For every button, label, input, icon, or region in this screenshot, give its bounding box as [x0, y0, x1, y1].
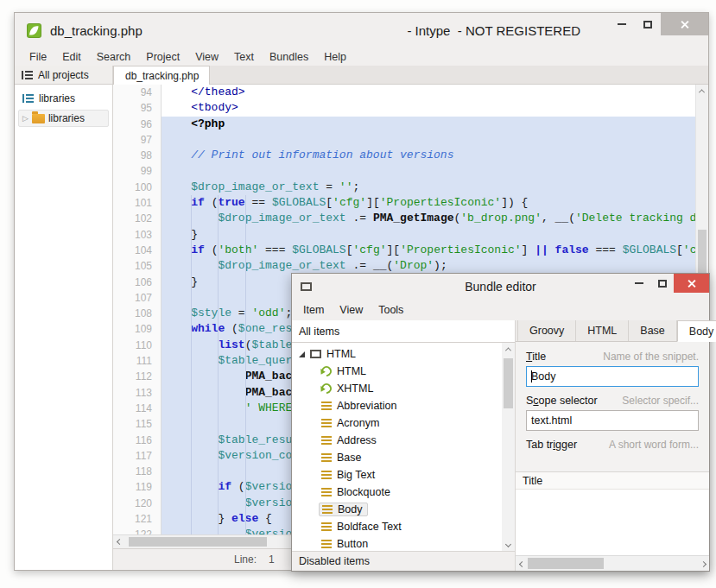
menu-view[interactable]: View: [187, 49, 226, 65]
all-projects-label: All projects: [38, 69, 89, 81]
dialog-maximize-button[interactable]: [650, 274, 674, 293]
tab-groovy[interactable]: Groovy: [517, 320, 576, 341]
tree-item-big-text[interactable]: Big Text: [292, 466, 515, 484]
code-line[interactable]: <tbody>: [162, 100, 708, 116]
tree-item-html[interactable]: HTML: [292, 363, 515, 380]
indent-guide: [191, 195, 192, 534]
chevron-left-icon: [518, 560, 524, 566]
minimize-button[interactable]: [609, 13, 635, 35]
disabled-items-bar[interactable]: Disabled items: [292, 551, 515, 571]
items-filter-input[interactable]: All items: [292, 320, 515, 343]
scroll-left-button[interactable]: [516, 557, 528, 571]
title-input[interactable]: Body: [526, 366, 699, 387]
code-line[interactable]: $drop_image_or_text .= __('Drop');: [162, 258, 708, 274]
line-number-gutter: 9495969798991001011021031041051061071081…: [113, 85, 162, 534]
dialog-menu-tools[interactable]: Tools: [371, 302, 411, 318]
code-line[interactable]: if ('both' === $GLOBALS['cfg']['Properti…: [162, 243, 708, 258]
tree-item-body[interactable]: Body: [292, 501, 515, 518]
code-line[interactable]: [162, 132, 708, 148]
dialog-close-button[interactable]: [674, 274, 709, 293]
code-line[interactable]: $drop_image_or_text .= PMA_getImage('b_d…: [162, 211, 708, 226]
field-hint: A short word form...: [609, 439, 699, 451]
tree-item-label: Abbreviation: [337, 400, 397, 412]
tree-expanded-icon[interactable]: [299, 351, 305, 357]
field-label-row: TitleName of the snippet.: [526, 351, 699, 363]
close-button[interactable]: [661, 13, 708, 35]
tab-html[interactable]: HTML: [576, 320, 629, 341]
scroll-up-button[interactable]: [695, 85, 708, 98]
scrollbar-thumb[interactable]: [698, 230, 706, 278]
scroll-right-button[interactable]: [697, 557, 709, 571]
tree-vertical-scrollbar[interactable]: [502, 343, 515, 551]
maximize-button[interactable]: [635, 13, 661, 35]
menu-help[interactable]: Help: [316, 49, 354, 65]
tab-label: db_tracking.php: [125, 70, 199, 82]
sidebar-header-label: libraries: [39, 92, 75, 104]
dialog-minimize-button[interactable]: [627, 274, 650, 293]
scroll-left-button[interactable]: [113, 535, 126, 548]
code-line[interactable]: $drop_image_or_text = '';: [162, 180, 708, 195]
scrollbar-thumb[interactable]: [528, 558, 604, 569]
bundle-items-tree[interactable]: HTMLHTMLXHTMLAbbreviationAcronymAddressB…: [292, 343, 515, 551]
projects-list-icon: [22, 71, 33, 79]
code-line[interactable]: // Print out information about versions: [162, 148, 708, 163]
tree-item-blockquote[interactable]: Blockquote: [292, 484, 515, 501]
line-number: 108: [113, 306, 161, 321]
dialog-horizontal-scrollbar[interactable]: [516, 555, 709, 571]
code-line[interactable]: if (true == $GLOBALS['cfg']['PropertiesI…: [162, 195, 708, 211]
all-projects-button[interactable]: All projects: [15, 66, 113, 84]
snippet-icon: [321, 436, 332, 445]
line-number: 110: [113, 338, 161, 353]
bundle-icon: [310, 350, 321, 358]
code-line[interactable]: [162, 163, 708, 179]
sidebar-header-libraries[interactable]: libraries: [15, 90, 112, 107]
scope-selector-input[interactable]: text.html: [526, 410, 699, 431]
menu-text[interactable]: Text: [226, 49, 262, 65]
field-label: Scope selector: [526, 395, 598, 407]
snippet-list-area[interactable]: [516, 490, 709, 555]
field-hint: Name of the snippet.: [603, 351, 699, 363]
tab-base[interactable]: Base: [629, 320, 677, 341]
tree-item-boldface-text[interactable]: Boldface Text: [292, 518, 515, 535]
dialog-menu-item[interactable]: Item: [295, 302, 332, 318]
code-line[interactable]: }: [162, 227, 708, 243]
dialog-titlebar[interactable]: Bundle editor: [292, 274, 709, 300]
tree-selected-item[interactable]: Body: [319, 503, 368, 516]
tree-item-acronym[interactable]: Acronym: [292, 414, 515, 432]
snippet-form: TitleName of the snippet.BodyScope selec…: [516, 342, 709, 471]
tree-item-xhtml[interactable]: XHTML: [292, 380, 515, 397]
tab-body[interactable]: Body: [677, 320, 716, 342]
scroll-down-button[interactable]: [502, 538, 515, 551]
menu-edit[interactable]: Edit: [54, 49, 89, 65]
tree-root-label: HTML: [326, 348, 356, 360]
line-number: 119: [113, 479, 161, 495]
code-line[interactable]: </thead>: [162, 85, 708, 100]
line-number: 102: [113, 211, 161, 226]
code-line[interactable]: <?php: [162, 117, 708, 132]
menu-file[interactable]: File: [22, 49, 54, 65]
scrollbar-thumb[interactable]: [504, 358, 513, 408]
menu-search[interactable]: Search: [89, 49, 139, 65]
line-label: Line:: [234, 553, 257, 566]
dialog-menu-view[interactable]: View: [332, 302, 371, 318]
main-titlebar[interactable]: db_tracking.php - Intype - NOT REGISTERE…: [15, 13, 708, 47]
list-column-header[interactable]: Title: [516, 471, 709, 490]
sidebar-item-libraries[interactable]: ▷ libraries: [18, 110, 109, 127]
tree-item-base[interactable]: Base: [292, 449, 515, 466]
snippet-icon: [321, 401, 332, 410]
menu-project[interactable]: Project: [138, 49, 187, 65]
snippet-icon: [322, 505, 333, 514]
chevron-left-icon: [117, 539, 123, 545]
tab-db-tracking[interactable]: db_tracking.php: [113, 66, 210, 85]
menu-bundles[interactable]: Bundles: [262, 49, 316, 65]
tree-item-address[interactable]: Address: [292, 432, 515, 449]
bundle-editor-icon: [301, 282, 312, 291]
scrollbar-thumb[interactable]: [129, 537, 267, 547]
line-number: 94: [113, 85, 161, 100]
tree-item-button[interactable]: Button: [292, 535, 515, 551]
library-list-icon: [22, 94, 34, 103]
tree-item-abbreviation[interactable]: Abbreviation: [292, 397, 515, 414]
expander-icon[interactable]: ▷: [22, 115, 29, 123]
tree-root-html[interactable]: HTML: [292, 345, 515, 363]
scroll-up-button[interactable]: [502, 343, 515, 356]
